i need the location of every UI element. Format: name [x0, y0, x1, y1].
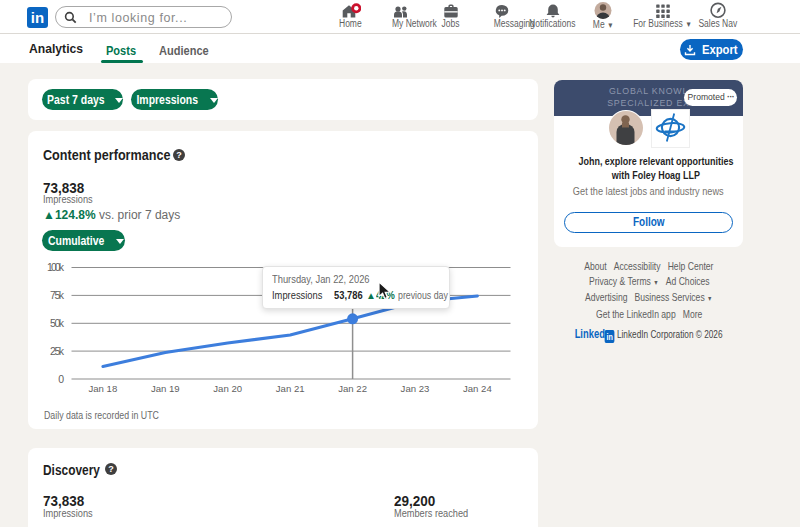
svg-text:25k: 25k — [50, 345, 65, 357]
svg-text:50k: 50k — [50, 317, 65, 329]
svg-text:100k: 100k — [47, 261, 65, 273]
svg-text:Jan 24: Jan 24 — [463, 383, 492, 394]
svg-text:Jan 20: Jan 20 — [213, 383, 242, 394]
svg-text:Jan 21: Jan 21 — [276, 383, 305, 394]
svg-text:75k: 75k — [50, 289, 65, 301]
svg-text:Jan 22: Jan 22 — [338, 383, 367, 394]
svg-text:Jan 18: Jan 18 — [88, 383, 117, 394]
svg-text:Jan 19: Jan 19 — [151, 383, 180, 394]
svg-text:Jan 23: Jan 23 — [401, 383, 430, 394]
svg-text:0: 0 — [58, 373, 64, 385]
